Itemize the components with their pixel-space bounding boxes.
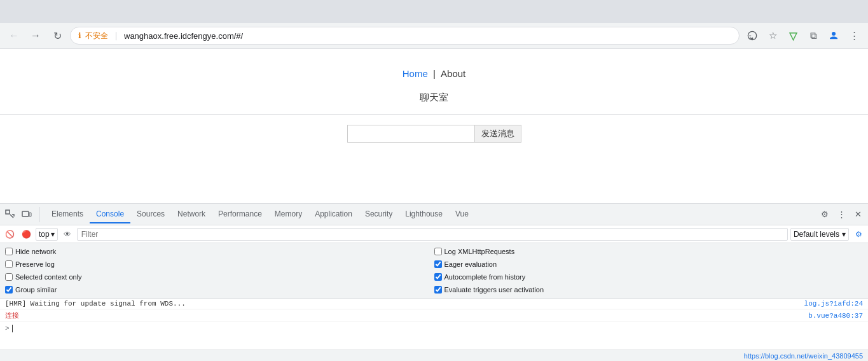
tab-memory[interactable]: Memory [268, 206, 308, 223]
devtools-close-button[interactable]: ✕ [850, 207, 865, 222]
page-nav: Home | About [403, 68, 465, 79]
console-filter-btn[interactable]: 🔴 [19, 227, 33, 241]
tab-network[interactable]: Network [171, 206, 212, 223]
page-divider [0, 114, 868, 115]
prompt-icon: > [5, 325, 10, 332]
insecure-label: 不安全 [85, 31, 108, 41]
console-settings-button[interactable]: ⚙ [851, 227, 865, 241]
svg-text:T: T [749, 34, 752, 38]
levels-select[interactable]: Default levels ▾ [790, 228, 849, 241]
context-label: top [39, 230, 50, 239]
about-link[interactable]: About [441, 68, 465, 79]
hide-network-option: Hide network [5, 246, 434, 257]
hide-network-checkbox[interactable] [5, 248, 13, 255]
vivaldi-button[interactable]: ▽ [784, 27, 802, 45]
page-content: Home | About 聊天室 发送消息 [0, 49, 868, 203]
chat-input[interactable] [347, 125, 474, 143]
tab-performance[interactable]: Performance [212, 206, 268, 223]
group-similar-checkbox[interactable] [5, 286, 13, 294]
devtools-more-button[interactable]: ⋮ [834, 207, 849, 222]
console-prompt: > [0, 322, 868, 335]
nav-bar: ← → ↻ ℹ 不安全 ｜ wanghaox.free.idcfengye.co… [0, 23, 868, 48]
profile-button[interactable] [825, 27, 843, 45]
selected-context-option: Selected context only [5, 271, 434, 283]
tab-sources[interactable]: Sources [130, 206, 171, 223]
devtools-action-icons: ⚙ ⋮ ✕ [817, 207, 865, 222]
preserve-log-label: Preserve log [15, 260, 55, 268]
page-body: Home | About 聊天室 发送消息 [0, 49, 868, 203]
svg-rect-4 [29, 213, 31, 216]
eager-eval-checkbox[interactable] [434, 260, 442, 268]
insecure-icon: ℹ [78, 31, 81, 40]
evaluate-triggers-option: Evaluate triggers user activation [434, 284, 864, 295]
devtools-side-icons [3, 207, 40, 222]
url-separator: ｜ [112, 30, 120, 41]
devtools-tabs: Elements Console Sources Network Perform… [0, 204, 868, 225]
console-toolbar: 🚫 🔴 top ▾ 👁 Default levels ▾ ⚙ [0, 225, 868, 243]
log-text-hmr: [HMR] Waiting for update signal from WDS… [5, 300, 804, 308]
prompt-cursor [12, 325, 13, 332]
evaluate-triggers-checkbox[interactable] [434, 286, 442, 294]
inspect-element-button[interactable] [3, 207, 18, 222]
svg-rect-3 [22, 211, 29, 216]
console-log: [HMR] Waiting for update signal from WDS… [0, 299, 868, 350]
levels-label: Default levels [794, 230, 839, 239]
log-xml-option: Log XMLHttpRequests [434, 246, 864, 257]
chat-input-row: 发送消息 [347, 125, 521, 143]
menu-button[interactable]: ⋮ [845, 27, 863, 45]
log-xml-label: Log XMLHttpRequests [444, 248, 515, 255]
url-text: wanghaox.free.idcfengye.com/#/ [124, 31, 243, 41]
reload-button[interactable]: ↻ [48, 27, 66, 45]
tab-lighthouse[interactable]: Lighthouse [399, 206, 449, 223]
group-similar-option: Group similar [5, 284, 434, 295]
nav-separator: | [433, 68, 438, 79]
svg-point-1 [832, 32, 836, 36]
log-xml-checkbox[interactable] [434, 248, 442, 255]
log-source-connect[interactable]: b.vue?a480:37 [808, 312, 863, 320]
clear-console-button[interactable]: 🚫 [3, 227, 17, 241]
tab-elements[interactable]: Elements [45, 206, 90, 223]
hide-network-label: Hide network [15, 248, 56, 255]
devtools-settings-button[interactable]: ⚙ [817, 207, 832, 222]
group-similar-label: Group similar [15, 286, 57, 294]
tab-security[interactable]: Security [359, 206, 399, 223]
autocomplete-option: Autocomplete from history [434, 271, 864, 283]
tab-application[interactable]: Application [308, 206, 359, 223]
eye-button[interactable]: 👁 [60, 227, 74, 241]
status-bar: https://blog.csdn.net/weixin_43809455 [0, 350, 868, 361]
eager-eval-label: Eager evaluation [444, 260, 497, 268]
toolbar-icons: T ☆ ▽ ⧉ ⋮ [743, 27, 863, 45]
translate-button[interactable]: T [743, 27, 761, 45]
autocomplete-checkbox[interactable] [434, 273, 442, 281]
filter-input[interactable] [77, 228, 788, 241]
options-right: Log XMLHttpRequests Eager evaluation Aut… [434, 246, 864, 295]
home-link[interactable]: Home [403, 68, 428, 79]
eager-eval-option: Eager evaluation [434, 258, 864, 270]
levels-arrow: ▾ [842, 230, 846, 239]
browser-chrome: ← → ↻ ℹ 不安全 ｜ wanghaox.free.idcfengye.co… [0, 0, 868, 49]
extensions-button[interactable]: ⧉ [804, 27, 822, 45]
device-toggle-button[interactable] [19, 207, 34, 222]
context-arrow: ▾ [51, 230, 55, 239]
selected-context-checkbox[interactable] [5, 273, 13, 281]
devtools-panel: Elements Console Sources Network Perform… [0, 203, 868, 361]
selected-context-label: Selected context only [15, 273, 82, 281]
log-entry-connect: 连接 b.vue?a480:37 [0, 309, 868, 322]
status-link[interactable]: https://blog.csdn.net/weixin_43809455 [744, 352, 863, 360]
tab-console[interactable]: Console [90, 206, 130, 223]
context-select[interactable]: top ▾ [36, 228, 58, 241]
log-source-hmr[interactable]: log.js?1afd:24 [804, 300, 863, 308]
address-bar[interactable]: ℹ 不安全 ｜ wanghaox.free.idcfengye.com/#/ [70, 27, 740, 45]
log-text-connect: 连接 [5, 311, 808, 320]
tab-vue[interactable]: Vue [449, 206, 475, 223]
send-button[interactable]: 发送消息 [474, 125, 521, 143]
back-button[interactable]: ← [5, 27, 23, 45]
svg-rect-2 [6, 210, 10, 214]
preserve-log-checkbox[interactable] [5, 260, 13, 268]
options-left: Hide network Preserve log Selected conte… [5, 246, 434, 295]
page-title: 聊天室 [420, 92, 448, 104]
bookmark-button[interactable]: ☆ [764, 27, 782, 45]
forward-button[interactable]: → [27, 27, 45, 45]
log-entry-hmr: [HMR] Waiting for update signal from WDS… [0, 299, 868, 309]
console-options: Hide network Preserve log Selected conte… [0, 243, 868, 299]
